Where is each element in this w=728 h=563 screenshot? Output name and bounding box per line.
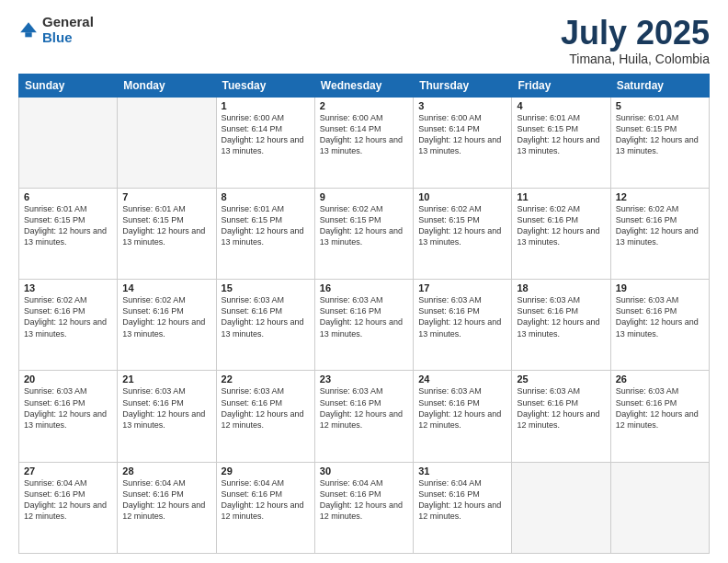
logo-text: General Blue: [42, 15, 94, 45]
day-info: Sunrise: 6:04 AMSunset: 6:16 PMDaylight:…: [24, 477, 112, 523]
calendar-cell: 29Sunrise: 6:04 AMSunset: 6:16 PMDayligh…: [216, 462, 314, 553]
day-number: 15: [222, 282, 310, 293]
calendar-cell: 17Sunrise: 6:03 AMSunset: 6:16 PMDayligh…: [414, 280, 512, 371]
day-info: Sunrise: 6:01 AMSunset: 6:15 PMDaylight:…: [517, 112, 605, 157]
day-number: 16: [320, 282, 408, 293]
day-number: 22: [222, 373, 310, 385]
day-number: 6: [24, 191, 112, 202]
day-number: 9: [320, 191, 408, 202]
weekday-header-sunday: Sunday: [19, 74, 118, 97]
day-number: 25: [517, 373, 605, 385]
day-number: 19: [616, 282, 704, 293]
day-info: Sunrise: 6:03 AMSunset: 6:16 PMDaylight:…: [122, 385, 210, 431]
day-number: 7: [122, 191, 210, 202]
title-block: July 2025 Timana, Huila, Colombia: [561, 15, 710, 66]
calendar-cell: 24Sunrise: 6:03 AMSunset: 6:16 PMDayligh…: [414, 371, 512, 462]
calendar-cell: 5Sunrise: 6:01 AMSunset: 6:15 PMDaylight…: [610, 97, 709, 188]
svg-rect-1: [25, 32, 31, 37]
calendar-cell: 28Sunrise: 6:04 AMSunset: 6:16 PMDayligh…: [118, 462, 216, 553]
day-number: 3: [418, 100, 506, 111]
day-number: 28: [122, 465, 210, 477]
day-info: Sunrise: 6:03 AMSunset: 6:16 PMDaylight:…: [616, 385, 704, 431]
calendar-cell: 11Sunrise: 6:02 AMSunset: 6:16 PMDayligh…: [512, 188, 610, 279]
day-number: 4: [517, 100, 605, 111]
weekday-header-thursday: Thursday: [414, 74, 512, 97]
day-info: Sunrise: 6:04 AMSunset: 6:16 PMDaylight:…: [122, 477, 210, 523]
day-info: Sunrise: 6:02 AMSunset: 6:16 PMDaylight:…: [517, 203, 605, 248]
location-subtitle: Timana, Huila, Colombia: [561, 52, 710, 66]
weekday-header-wednesday: Wednesday: [314, 74, 413, 97]
calendar-cell: 9Sunrise: 6:02 AMSunset: 6:15 PMDaylight…: [314, 188, 413, 279]
calendar-cell: 15Sunrise: 6:03 AMSunset: 6:16 PMDayligh…: [216, 280, 314, 371]
calendar-cell: 10Sunrise: 6:02 AMSunset: 6:15 PMDayligh…: [414, 188, 512, 279]
page: General Blue July 2025 Timana, Huila, Co…: [0, 0, 728, 563]
logo-general: General: [42, 15, 94, 30]
day-info: Sunrise: 6:00 AMSunset: 6:14 PMDaylight:…: [222, 112, 310, 157]
calendar-week-row: 6Sunrise: 6:01 AMSunset: 6:15 PMDaylight…: [19, 188, 710, 279]
day-info: Sunrise: 6:00 AMSunset: 6:14 PMDaylight:…: [418, 112, 506, 157]
calendar-week-row: 1Sunrise: 6:00 AMSunset: 6:14 PMDaylight…: [19, 97, 710, 188]
day-number: 10: [418, 191, 506, 202]
logo-icon: [18, 20, 39, 40]
calendar-cell: 3Sunrise: 6:00 AMSunset: 6:14 PMDaylight…: [414, 97, 512, 188]
day-info: Sunrise: 6:02 AMSunset: 6:15 PMDaylight:…: [320, 203, 408, 248]
calendar-week-row: 20Sunrise: 6:03 AMSunset: 6:16 PMDayligh…: [19, 371, 710, 462]
day-info: Sunrise: 6:02 AMSunset: 6:16 PMDaylight:…: [122, 294, 210, 339]
day-info: Sunrise: 6:03 AMSunset: 6:16 PMDaylight:…: [320, 385, 408, 431]
svg-marker-0: [20, 22, 37, 32]
day-number: 13: [24, 282, 112, 293]
day-info: Sunrise: 6:04 AMSunset: 6:16 PMDaylight:…: [320, 477, 408, 523]
calendar-cell: 27Sunrise: 6:04 AMSunset: 6:16 PMDayligh…: [19, 462, 118, 553]
logo: General Blue: [18, 15, 94, 45]
day-info: Sunrise: 6:03 AMSunset: 6:16 PMDaylight:…: [320, 294, 408, 339]
day-info: Sunrise: 6:03 AMSunset: 6:16 PMDaylight:…: [517, 294, 605, 339]
day-number: 1: [222, 100, 310, 111]
day-number: 18: [517, 282, 605, 293]
day-number: 30: [320, 465, 408, 477]
calendar-cell: [512, 462, 610, 553]
calendar-cell: 2Sunrise: 6:00 AMSunset: 6:14 PMDaylight…: [314, 97, 413, 188]
calendar-cell: 26Sunrise: 6:03 AMSunset: 6:16 PMDayligh…: [610, 371, 709, 462]
calendar-cell: 19Sunrise: 6:03 AMSunset: 6:16 PMDayligh…: [610, 280, 709, 371]
day-info: Sunrise: 6:03 AMSunset: 6:16 PMDaylight:…: [418, 385, 506, 431]
calendar-cell: [19, 97, 118, 188]
calendar-cell: [610, 462, 709, 553]
weekday-header-tuesday: Tuesday: [216, 74, 314, 97]
day-number: 24: [418, 373, 506, 385]
day-info: Sunrise: 6:02 AMSunset: 6:16 PMDaylight:…: [24, 294, 112, 339]
weekday-header-friday: Friday: [512, 74, 610, 97]
day-number: 17: [418, 282, 506, 293]
day-number: 12: [616, 191, 704, 202]
day-info: Sunrise: 6:01 AMSunset: 6:15 PMDaylight:…: [222, 203, 310, 248]
day-info: Sunrise: 6:00 AMSunset: 6:14 PMDaylight:…: [320, 112, 408, 157]
calendar-cell: 7Sunrise: 6:01 AMSunset: 6:15 PMDaylight…: [118, 188, 216, 279]
day-number: 14: [122, 282, 210, 293]
calendar-cell: 12Sunrise: 6:02 AMSunset: 6:16 PMDayligh…: [610, 188, 709, 279]
day-info: Sunrise: 6:02 AMSunset: 6:15 PMDaylight:…: [418, 203, 506, 248]
calendar-cell: 14Sunrise: 6:02 AMSunset: 6:16 PMDayligh…: [118, 280, 216, 371]
calendar-cell: [118, 97, 216, 188]
day-info: Sunrise: 6:03 AMSunset: 6:16 PMDaylight:…: [616, 294, 704, 339]
calendar-cell: 30Sunrise: 6:04 AMSunset: 6:16 PMDayligh…: [314, 462, 413, 553]
day-number: 5: [616, 100, 704, 111]
day-number: 31: [418, 465, 506, 477]
calendar-cell: 22Sunrise: 6:03 AMSunset: 6:16 PMDayligh…: [216, 371, 314, 462]
day-info: Sunrise: 6:03 AMSunset: 6:16 PMDaylight:…: [222, 385, 310, 431]
calendar-cell: 16Sunrise: 6:03 AMSunset: 6:16 PMDayligh…: [314, 280, 413, 371]
calendar-week-row: 27Sunrise: 6:04 AMSunset: 6:16 PMDayligh…: [19, 462, 710, 553]
calendar-cell: 20Sunrise: 6:03 AMSunset: 6:16 PMDayligh…: [19, 371, 118, 462]
calendar-cell: 1Sunrise: 6:00 AMSunset: 6:14 PMDaylight…: [216, 97, 314, 188]
day-number: 23: [320, 373, 408, 385]
day-info: Sunrise: 6:02 AMSunset: 6:16 PMDaylight:…: [616, 203, 704, 248]
day-info: Sunrise: 6:03 AMSunset: 6:16 PMDaylight:…: [222, 294, 310, 339]
weekday-header-saturday: Saturday: [610, 74, 709, 97]
day-number: 2: [320, 100, 408, 111]
day-number: 26: [616, 373, 704, 385]
calendar-cell: 8Sunrise: 6:01 AMSunset: 6:15 PMDaylight…: [216, 188, 314, 279]
day-info: Sunrise: 6:04 AMSunset: 6:16 PMDaylight:…: [418, 477, 506, 523]
day-info: Sunrise: 6:01 AMSunset: 6:15 PMDaylight:…: [122, 203, 210, 248]
day-info: Sunrise: 6:03 AMSunset: 6:16 PMDaylight:…: [24, 385, 112, 431]
calendar-cell: 21Sunrise: 6:03 AMSunset: 6:16 PMDayligh…: [118, 371, 216, 462]
weekday-header-row: SundayMondayTuesdayWednesdayThursdayFrid…: [19, 74, 710, 97]
calendar-cell: 25Sunrise: 6:03 AMSunset: 6:16 PMDayligh…: [512, 371, 610, 462]
